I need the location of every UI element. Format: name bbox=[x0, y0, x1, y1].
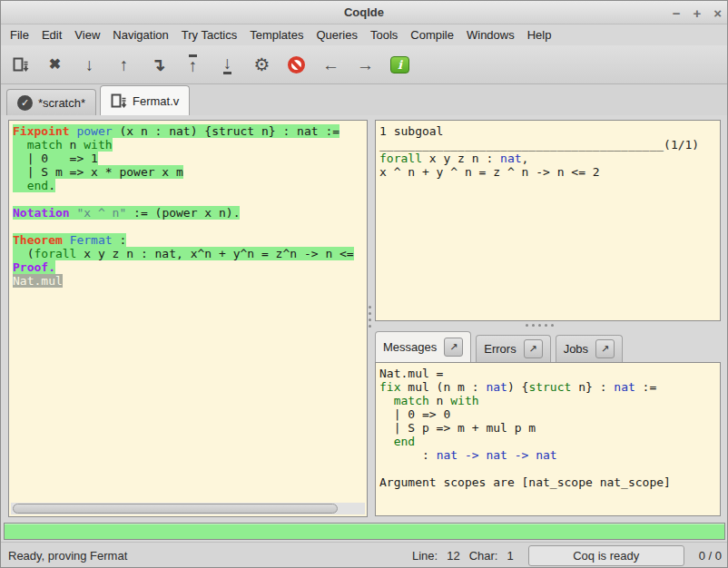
menu-item-windows[interactable]: Windows bbox=[460, 26, 521, 44]
tab-scratch[interactable]: ✓*scratch* bbox=[6, 89, 96, 115]
arrow-up-bar-icon: ↑ bbox=[189, 54, 198, 74]
stop-icon bbox=[288, 56, 305, 73]
code-line: Fixpoint power (x n : nat) {struct n} : … bbox=[13, 124, 365, 138]
code-line bbox=[13, 220, 365, 233]
close-button[interactable]: × bbox=[713, 6, 722, 20]
editor-pane[interactable]: Fixpoint power (x n : nat) {struct n} : … bbox=[8, 120, 368, 517]
save-file-icon bbox=[13, 57, 29, 73]
back-button[interactable]: ← bbox=[319, 52, 343, 77]
code-line: | 0 => 0 bbox=[379, 407, 718, 421]
script-editor[interactable]: Fixpoint power (x n : nat) {struct n} : … bbox=[11, 122, 365, 502]
vertical-splitter[interactable] bbox=[369, 306, 371, 328]
info-bubble-icon: i bbox=[390, 56, 409, 73]
code-line: (forall x y z n : nat, x^n + y^n = z^n -… bbox=[13, 247, 365, 260]
code-line: end bbox=[379, 435, 718, 448]
code-line: ________________________________________… bbox=[379, 138, 718, 152]
forward-one-command-button[interactable]: ↓ bbox=[77, 52, 102, 77]
tab-label: Errors bbox=[484, 342, 516, 356]
minimize-button[interactable]: − bbox=[673, 6, 681, 20]
goals-view: 1 subgoal_______________________________… bbox=[378, 122, 718, 318]
menu-item-view[interactable]: View bbox=[68, 26, 106, 44]
menu-bar: FileEditViewNavigationTry TacticsTemplat… bbox=[1, 24, 727, 45]
code-line: Nat.mul bbox=[13, 274, 365, 288]
code-line bbox=[379, 462, 718, 475]
go-to-start-button[interactable]: ↑ bbox=[181, 52, 205, 77]
preferences-button[interactable]: ⚙ bbox=[250, 52, 274, 77]
menu-item-edit[interactable]: Edit bbox=[35, 26, 68, 44]
close-buffer-button[interactable]: ✖ bbox=[43, 52, 67, 77]
tab-messages[interactable]: Messages↗ bbox=[375, 331, 471, 362]
code-line: : nat -> nat -> nat bbox=[379, 448, 718, 462]
backward-one-command-button[interactable]: ↑ bbox=[112, 52, 136, 77]
menu-item-tools[interactable]: Tools bbox=[364, 26, 404, 44]
tab-fermat-v[interactable]: Fermat.v bbox=[100, 85, 190, 115]
main-content: Fixpoint power (x n : nat) {struct n} : … bbox=[1, 115, 728, 522]
code-line: Argument scopes are [nat_scope nat_scope… bbox=[379, 475, 718, 489]
close-icon: ✖ bbox=[49, 57, 61, 72]
tab-label: Messages bbox=[383, 340, 437, 354]
coqide-window: CoqIde −+× FileEditViewNavigationTry Tac… bbox=[0, 0, 728, 568]
menu-item-help[interactable]: Help bbox=[521, 26, 558, 44]
arrow-up-icon: ↑ bbox=[120, 56, 129, 73]
code-line: match n with bbox=[379, 394, 718, 407]
code-line: x ^ n + y ^ n = z ^ n -> n <= 2 bbox=[379, 165, 718, 179]
forward-button[interactable]: → bbox=[353, 52, 378, 77]
goals-panel: 1 subgoal_______________________________… bbox=[375, 120, 721, 321]
title-bar: CoqIde −+× bbox=[1, 1, 727, 24]
code-line: Notation "x ^ n" := (power x n). bbox=[13, 206, 365, 220]
code-line: match n with bbox=[13, 138, 365, 152]
check-circle-icon: ✓ bbox=[17, 95, 33, 111]
arrow-down-bar-icon: ↓ bbox=[223, 54, 232, 74]
window-controls: −+× bbox=[673, 1, 722, 24]
detach-icon[interactable]: ↗ bbox=[595, 339, 615, 358]
toolbar: ✖↓↑↴↑↓⚙←→i bbox=[1, 45, 727, 84]
code-line: Nat.mul = bbox=[379, 367, 718, 380]
status-right: Line: 12 Char: 1 Coq is ready 0 / 0 bbox=[412, 545, 722, 566]
tab-label: *scratch* bbox=[38, 96, 85, 110]
about-button[interactable]: i bbox=[388, 52, 412, 77]
maximize-button[interactable]: + bbox=[693, 6, 701, 20]
code-line: | 0 => 1 bbox=[13, 152, 365, 165]
code-line: 1 subgoal bbox=[379, 124, 718, 138]
menu-item-queries[interactable]: Queries bbox=[310, 26, 364, 44]
arrow-right-icon: → bbox=[357, 56, 374, 73]
tab-label: Jobs bbox=[564, 342, 588, 356]
messages-view: Nat.mul =fix mul (n m : nat) {struct n} … bbox=[378, 365, 718, 514]
message-tab-bar: Messages↗Errors↗Jobs↗ bbox=[375, 331, 623, 362]
interrupt-button[interactable] bbox=[284, 52, 309, 77]
save-button[interactable] bbox=[8, 52, 33, 77]
menu-item-compile[interactable]: Compile bbox=[404, 26, 460, 44]
messages-panel: Nat.mul =fix mul (n m : nat) {struct n} … bbox=[375, 362, 721, 516]
code-line bbox=[13, 192, 365, 206]
scrollbar-thumb[interactable] bbox=[13, 504, 338, 514]
horizontal-scrollbar[interactable] bbox=[11, 503, 365, 514]
code-line: Theorem Fermat : bbox=[13, 233, 365, 247]
code-line: | S p => m + mul p m bbox=[379, 421, 718, 435]
goto-cursor-icon: ↴ bbox=[152, 56, 166, 73]
processing-progress-bar bbox=[4, 523, 725, 540]
tab-jobs[interactable]: Jobs↗ bbox=[556, 335, 623, 362]
char-label: Char: bbox=[469, 549, 498, 563]
go-to-cursor-button[interactable]: ↴ bbox=[146, 52, 171, 77]
save-file-icon bbox=[111, 93, 127, 109]
horizontal-splitter[interactable] bbox=[526, 324, 554, 327]
code-line: Proof. bbox=[13, 260, 365, 274]
status-bar: Ready, proving Fermat Line: 12 Char: 1 C… bbox=[1, 542, 728, 568]
code-line: | S m => x * power x m bbox=[13, 165, 365, 179]
arrow-left-icon: ← bbox=[322, 56, 339, 73]
go-to-end-button[interactable]: ↓ bbox=[215, 52, 240, 77]
line-value: 12 bbox=[447, 549, 459, 563]
detach-icon[interactable]: ↗ bbox=[444, 338, 463, 357]
char-value: 1 bbox=[507, 549, 513, 563]
arrow-down-icon: ↓ bbox=[85, 56, 94, 73]
worker-counter: 0 / 0 bbox=[699, 549, 722, 563]
gear-icon: ⚙ bbox=[254, 55, 271, 73]
tab-errors[interactable]: Errors↗ bbox=[476, 335, 550, 362]
code-line: end. bbox=[13, 179, 365, 192]
menu-item-file[interactable]: File bbox=[4, 26, 35, 44]
menu-item-try-tactics[interactable]: Try Tactics bbox=[175, 26, 243, 44]
line-label: Line: bbox=[412, 549, 438, 563]
menu-item-templates[interactable]: Templates bbox=[243, 26, 310, 44]
detach-icon[interactable]: ↗ bbox=[524, 339, 543, 358]
menu-item-navigation[interactable]: Navigation bbox=[106, 26, 174, 44]
